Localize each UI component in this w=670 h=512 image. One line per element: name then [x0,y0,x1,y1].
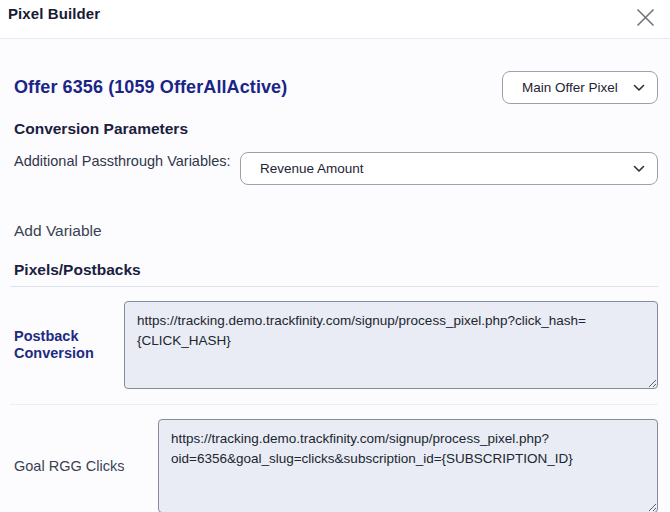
modal-body: Offer 6356 (1059 OfferAllActive) Main Of… [0,71,670,512]
close-button[interactable] [633,5,657,29]
goal-rgg-clicks-label: Goal RGG Clicks [14,458,158,475]
chevron-down-icon [633,165,645,173]
goal-rgg-clicks-url-textarea[interactable]: https://tracking.demo.trackfinity.com/si… [158,419,658,512]
postback-conversion-label[interactable]: Postback Conversion [14,328,124,361]
passthrough-variable-select[interactable]: Revenue Amount [240,152,658,185]
pixel-type-select-value: Main Offer Pixel [522,80,618,95]
add-variable-link[interactable]: Add Variable [14,222,102,240]
pixels-postbacks-title: Pixels/Postbacks [14,261,658,279]
pixel-type-select[interactable]: Main Offer Pixel [502,71,658,104]
x-icon [635,7,656,28]
conversion-parameters-title: Conversion Parameters [14,120,658,138]
passthrough-variables-row: Additional Passthrough Variables: Revenu… [14,152,658,185]
offer-header-row: Offer 6356 (1059 OfferAllActive) Main Of… [14,71,658,104]
modal-header: Pixel Builder [0,0,670,39]
passthrough-variables-label: Additional Passthrough Variables: [14,152,240,170]
passthrough-variable-select-value: Revenue Amount [260,161,364,176]
offer-heading: Offer 6356 (1059 OfferAllActive) [14,77,287,98]
page-title: Pixel Builder [8,5,100,22]
goal-rgg-clicks-row: Goal RGG Clicks https://tracking.demo.tr… [14,405,658,512]
postback-conversion-row: Postback Conversion https://tracking.dem… [14,287,658,404]
chevron-down-icon [633,84,645,92]
postback-conversion-url-textarea[interactable]: https://tracking.demo.trackfinity.com/si… [124,301,658,389]
